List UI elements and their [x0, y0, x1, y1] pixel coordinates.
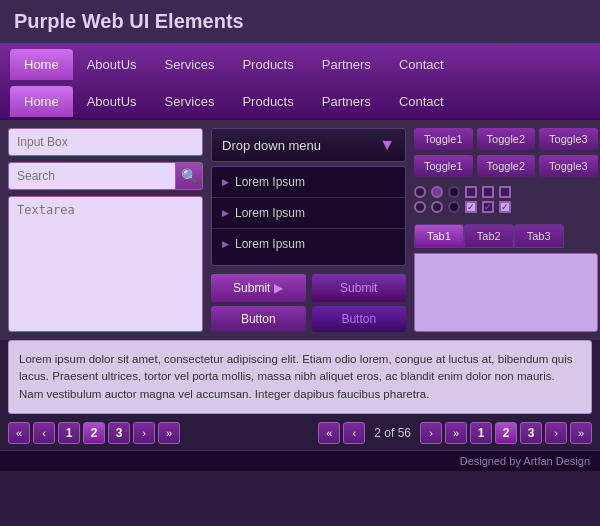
tab-content — [414, 253, 598, 332]
pagination-left: « ‹ 1 2 3 › » — [8, 422, 180, 444]
footer: Designed by Artfan Design — [0, 450, 600, 471]
radio-check-section: ✓ ✓ ✓ — [414, 182, 598, 217]
sec-nav-aboutus[interactable]: AboutUs — [73, 86, 151, 117]
main-content: 🔍 Drop down menu ▼ Lorem Ipsum Lorem Ips… — [0, 120, 600, 340]
radio-6[interactable] — [448, 201, 460, 213]
nav-home[interactable]: Home — [10, 49, 73, 80]
search-input[interactable] — [8, 162, 175, 190]
tab-3[interactable]: Tab3 — [514, 224, 564, 248]
radio-1[interactable] — [414, 186, 426, 198]
nav-products[interactable]: Products — [228, 49, 307, 80]
toggle-2-1[interactable]: Toggle1 — [414, 155, 473, 177]
checkbox-6[interactable]: ✓ — [499, 201, 511, 213]
checkbox-2[interactable] — [482, 186, 494, 198]
text-section: Lorem ipsum dolor sit amet, consectetur … — [8, 340, 592, 414]
toggle-1-3[interactable]: Toggle3 — [539, 128, 598, 150]
radio-row-2: ✓ ✓ ✓ — [414, 201, 598, 213]
submit-row: Submit ▶ Submit — [211, 274, 406, 302]
tabs-row: Tab1 Tab2 Tab3 — [414, 224, 598, 248]
middle-panel: Drop down menu ▼ Lorem Ipsum Lorem Ipsum… — [211, 128, 406, 332]
title-bar: Purple Web UI Elements — [0, 0, 600, 44]
secondary-nav: Home AboutUs Services Products Partners … — [0, 84, 600, 120]
nav-contact[interactable]: Contact — [385, 49, 458, 80]
textarea[interactable] — [8, 196, 203, 332]
pg-r-prev[interactable]: ‹ — [343, 422, 365, 444]
nav-partners[interactable]: Partners — [308, 49, 385, 80]
pg-num-3[interactable]: 3 — [108, 422, 130, 444]
pg-prev[interactable]: ‹ — [33, 422, 55, 444]
pg-num-1[interactable]: 1 — [58, 422, 80, 444]
search-icon: 🔍 — [181, 168, 198, 184]
dropdown-arrow-icon: ▼ — [379, 136, 395, 154]
pg-first[interactable]: « — [8, 422, 30, 444]
body-text: Lorem ipsum dolor sit amet, consectetur … — [19, 351, 581, 403]
tab-1[interactable]: Tab1 — [414, 224, 464, 248]
sec-nav-contact[interactable]: Contact — [385, 86, 458, 117]
toggle-row-1: Toggle1 Toggle2 Toggle3 — [414, 128, 598, 150]
dropdown-item-3[interactable]: Lorem Ipsum — [212, 229, 405, 259]
button-row: Button Button — [211, 306, 406, 332]
dropdown-header[interactable]: Drop down menu ▼ — [211, 128, 406, 162]
pagination-right: « ‹ 2 of 56 › » 1 2 3 › » — [318, 422, 592, 444]
radio-4[interactable] — [414, 201, 426, 213]
toggle-2-2[interactable]: Toggle2 — [477, 155, 536, 177]
page-title: Purple Web UI Elements — [14, 10, 586, 33]
nav-services[interactable]: Services — [151, 49, 229, 80]
pg-r-3[interactable]: 3 — [520, 422, 542, 444]
pg-r-first[interactable]: « — [318, 422, 340, 444]
pg-num-2[interactable]: 2 — [83, 422, 105, 444]
checkbox-1[interactable] — [465, 186, 477, 198]
button-2[interactable]: Button — [312, 306, 407, 332]
pg-r-last2[interactable]: » — [570, 422, 592, 444]
pg-r-2[interactable]: 2 — [495, 422, 517, 444]
radio-row-1 — [414, 186, 598, 198]
nav-aboutus[interactable]: AboutUs — [73, 49, 151, 80]
sec-nav-products[interactable]: Products — [228, 86, 307, 117]
pg-info: 2 of 56 — [374, 426, 411, 440]
search-button[interactable]: 🔍 — [175, 162, 203, 190]
checkbox-4[interactable]: ✓ — [465, 201, 477, 213]
dropdown-item-2[interactable]: Lorem Ipsum — [212, 198, 405, 229]
sec-nav-partners[interactable]: Partners — [308, 86, 385, 117]
tab-2[interactable]: Tab2 — [464, 224, 514, 248]
pagination-row-1: « ‹ 1 2 3 › » « ‹ 2 of 56 › » 1 2 3 › » — [0, 416, 600, 450]
toggle-row-2: Toggle1 Toggle2 Toggle3 — [414, 155, 598, 177]
pg-r-1[interactable]: 1 — [470, 422, 492, 444]
pg-r-next2[interactable]: › — [545, 422, 567, 444]
submit-arrow-icon: ▶ — [274, 281, 283, 295]
footer-text: Designed by Artfan Design — [460, 455, 590, 467]
sec-nav-home[interactable]: Home — [10, 86, 73, 117]
pg-last[interactable]: » — [158, 422, 180, 444]
pg-r-last[interactable]: » — [445, 422, 467, 444]
left-panel: 🔍 — [8, 128, 203, 332]
toggle-1-2[interactable]: Toggle2 — [477, 128, 536, 150]
toggle-2-3[interactable]: Toggle3 — [539, 155, 598, 177]
toggle-1-1[interactable]: Toggle1 — [414, 128, 473, 150]
pg-next[interactable]: › — [133, 422, 155, 444]
submit-button-1[interactable]: Submit ▶ — [211, 274, 306, 302]
right-panel: Toggle1 Toggle2 Toggle3 Toggle1 Toggle2 … — [414, 128, 598, 332]
submit-button-2[interactable]: Submit — [312, 274, 407, 302]
dropdown-label: Drop down menu — [222, 138, 321, 153]
radio-3[interactable] — [448, 186, 460, 198]
radio-5[interactable] — [431, 201, 443, 213]
primary-nav: Home AboutUs Services Products Partners … — [0, 44, 600, 84]
dropdown-items: Lorem Ipsum Lorem Ipsum Lorem Ipsum — [211, 166, 406, 266]
checkbox-3[interactable] — [499, 186, 511, 198]
checkbox-5[interactable]: ✓ — [482, 201, 494, 213]
radio-2[interactable] — [431, 186, 443, 198]
dropdown-item-1[interactable]: Lorem Ipsum — [212, 167, 405, 198]
button-1[interactable]: Button — [211, 306, 306, 332]
sec-nav-services[interactable]: Services — [151, 86, 229, 117]
pg-r-next[interactable]: › — [420, 422, 442, 444]
search-row: 🔍 — [8, 162, 203, 190]
input-box[interactable] — [8, 128, 203, 156]
